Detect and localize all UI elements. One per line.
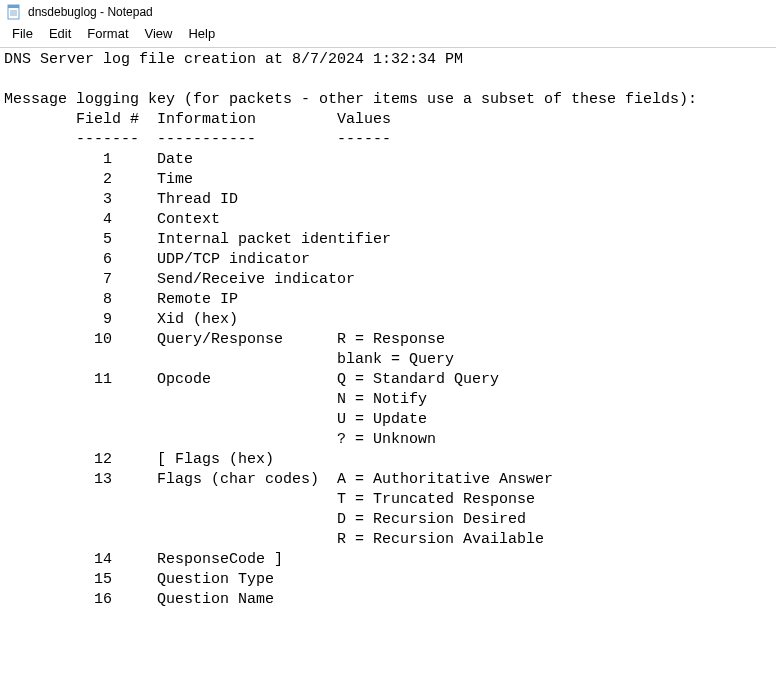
line: 16 Question Name — [4, 591, 274, 608]
line: T = Truncated Response — [4, 491, 535, 508]
menu-view[interactable]: View — [137, 24, 181, 43]
line: DNS Server log file creation at 8/7/2024… — [4, 51, 463, 68]
line: 10 Query/Response R = Response — [4, 331, 445, 348]
svg-rect-1 — [8, 5, 19, 8]
line: 7 Send/Receive indicator — [4, 271, 355, 288]
line: ------- ----------- ------ — [4, 131, 391, 148]
line: 5 Internal packet identifier — [4, 231, 391, 248]
line: 12 [ Flags (hex) — [4, 451, 274, 468]
menu-file[interactable]: File — [4, 24, 41, 43]
line: 15 Question Type — [4, 571, 274, 588]
line: 13 Flags (char codes) A = Authoritative … — [4, 471, 553, 488]
window-titlebar: dnsdebuglog - Notepad — [0, 0, 776, 22]
line: 8 Remote IP — [4, 291, 238, 308]
line: 11 Opcode Q = Standard Query — [4, 371, 499, 388]
line: 1 Date — [4, 151, 193, 168]
line: Message logging key (for packets - other… — [4, 91, 697, 108]
line: 3 Thread ID — [4, 191, 238, 208]
line: R = Recursion Available — [4, 531, 544, 548]
text-area[interactable]: DNS Server log file creation at 8/7/2024… — [0, 48, 776, 612]
line: 6 UDP/TCP indicator — [4, 251, 310, 268]
line: 4 Context — [4, 211, 220, 228]
line: blank = Query — [4, 351, 454, 368]
menubar: File Edit Format View Help — [0, 22, 776, 48]
menu-format[interactable]: Format — [79, 24, 136, 43]
notepad-icon — [6, 4, 22, 20]
line: ? = Unknown — [4, 431, 436, 448]
line: 9 Xid (hex) — [4, 311, 238, 328]
line: 2 Time — [4, 171, 193, 188]
line: 14 ResponseCode ] — [4, 551, 283, 568]
menu-help[interactable]: Help — [180, 24, 223, 43]
line: D = Recursion Desired — [4, 511, 526, 528]
line: Field # Information Values — [4, 111, 391, 128]
window-title: dnsdebuglog - Notepad — [28, 5, 153, 19]
menu-edit[interactable]: Edit — [41, 24, 79, 43]
line: N = Notify — [4, 391, 427, 408]
line: U = Update — [4, 411, 427, 428]
